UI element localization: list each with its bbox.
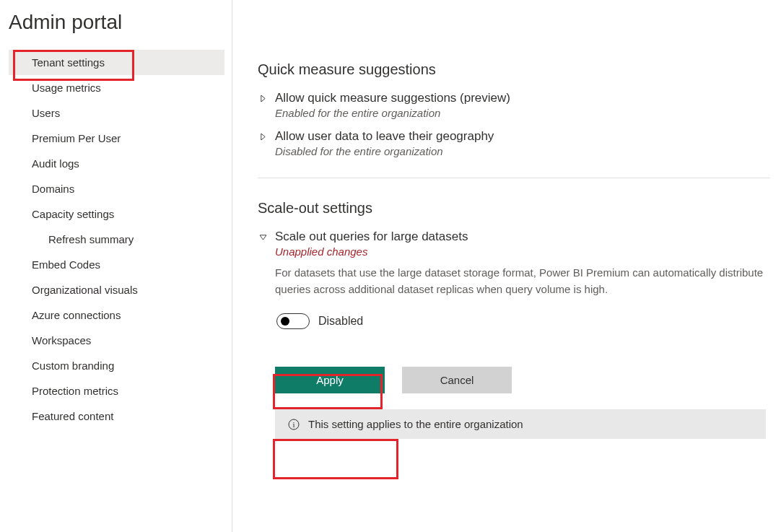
- caret-down-icon: [258, 232, 268, 242]
- setting-status: Enabled for the entire organization: [275, 107, 510, 119]
- toggle-label: Disabled: [318, 315, 363, 328]
- info-icon: i: [288, 419, 300, 430]
- annotation-highlight-toggle: [273, 374, 383, 409]
- sidebar-item-workspaces[interactable]: Workspaces: [9, 328, 224, 353]
- setting-user-data-geography[interactable]: Allow user data to leave their geography…: [258, 122, 770, 160]
- sidebar-item-featured-content[interactable]: Featured content: [9, 404, 224, 429]
- setting-status: Disabled for the entire organization: [275, 145, 494, 157]
- section-title-quick-measure: Quick measure suggestions: [258, 61, 770, 78]
- toggle-container: Disabled: [275, 310, 365, 332]
- cancel-button[interactable]: Cancel: [402, 367, 512, 393]
- sidebar-item-protection-metrics[interactable]: Protection metrics: [9, 378, 224, 404]
- sidebar-item-domains[interactable]: Domains: [9, 176, 224, 201]
- section-title-scale-out: Scale-out settings: [258, 200, 770, 217]
- sidebar-item-azure-connections[interactable]: Azure connections: [9, 302, 224, 328]
- caret-right-icon: [258, 131, 268, 141]
- sidebar-item-capacity-settings[interactable]: Capacity settings: [9, 201, 224, 227]
- setting-description: For datasets that use the large dataset …: [275, 265, 766, 297]
- svg-text:i: i: [292, 420, 294, 429]
- setting-status-unapplied: Unapplied changes: [275, 245, 766, 258]
- annotation-highlight-apply: [273, 439, 398, 479]
- setting-label: Allow user data to leave their geography: [275, 129, 494, 144]
- info-banner: i This setting applies to the entire org…: [275, 409, 766, 439]
- sidebar-item-audit-logs[interactable]: Audit logs: [9, 151, 224, 176]
- sidebar-item-embed-codes[interactable]: Embed Codes: [9, 252, 224, 277]
- caret-right-icon: [258, 93, 268, 103]
- setting-quick-measure-suggestions[interactable]: Allow quick measure suggestions (preview…: [258, 84, 770, 122]
- sidebar-item-custom-branding[interactable]: Custom branding: [9, 353, 224, 378]
- toggle-knob: [281, 317, 289, 326]
- nav-list: Tenant settings Usage metrics Users Prem…: [9, 50, 224, 429]
- sidebar-item-refresh-summary[interactable]: Refresh summary: [9, 227, 224, 252]
- sidebar-item-users[interactable]: Users: [9, 100, 224, 126]
- sidebar-item-premium-per-user[interactable]: Premium Per User: [9, 126, 224, 151]
- sidebar-item-organizational-visuals[interactable]: Organizational visuals: [9, 277, 224, 302]
- portal-title: Admin portal: [9, 11, 224, 34]
- setting-label: Scale out queries for large datasets: [275, 230, 766, 244]
- info-banner-text: This setting applies to the entire organ…: [308, 418, 523, 430]
- divider: [258, 178, 770, 178]
- setting-label: Allow quick measure suggestions (preview…: [275, 91, 510, 105]
- toggle-switch[interactable]: [276, 313, 310, 329]
- annotation-highlight-tenant: [13, 50, 134, 81]
